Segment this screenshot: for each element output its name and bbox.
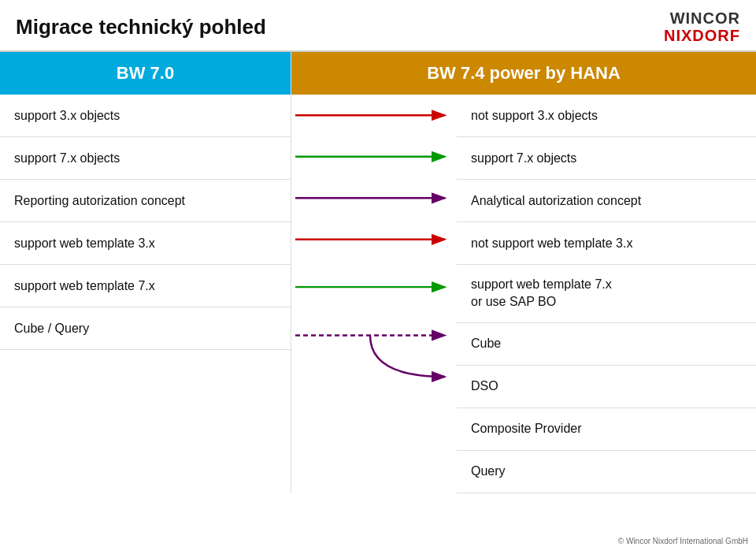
right-row-9: Query	[457, 451, 756, 493]
right-row-2: support 7.x objects	[457, 137, 756, 180]
left-row-6: Cube / Query	[0, 307, 291, 350]
left-row-3: Reporting autorization concept	[0, 180, 291, 222]
right-header: BW 7.4 power by HANA	[291, 52, 756, 95]
right-row-3: Analytical autorization concept	[457, 180, 756, 222]
rows-area: not support 3.x objects support 7.x obje…	[291, 95, 756, 493]
company-logo: WINCOR NIXDORF	[664, 9, 740, 44]
right-row-4: not support web template 3.x	[457, 222, 756, 265]
left-row-4: support web template 3.x	[0, 222, 291, 265]
left-row-5: support web template 7.x	[0, 265, 291, 307]
right-section: BW 7.4 power by HANA not support 3.x obj…	[291, 52, 756, 493]
left-column: BW 7.0 support 3.x objects support 7.x o…	[0, 52, 291, 493]
content-area: BW 7.0 support 3.x objects support 7.x o…	[0, 52, 756, 493]
logo-line2: NIXDORF	[664, 27, 740, 44]
left-row-1: support 3.x objects	[0, 95, 291, 137]
right-row-5: support web template 7.xor use SAP BO	[457, 265, 756, 323]
right-rows: not support 3.x objects support 7.x obje…	[457, 95, 756, 493]
page-header: Migrace technický pohled WINCOR NIXDORF	[0, 0, 756, 52]
left-header: BW 7.0	[0, 52, 291, 95]
right-row-1: not support 3.x objects	[457, 95, 756, 137]
right-row-7: DSO	[457, 366, 756, 408]
left-row-2: support 7.x objects	[0, 137, 291, 180]
right-row-8: Composite Provider	[457, 408, 756, 451]
right-row-6: Cube	[457, 323, 756, 366]
logo-line1: WINCOR	[670, 9, 740, 27]
page-title: Migrace technický pohled	[16, 15, 266, 39]
footer-note: © Wincor Nixdorf International GmbH	[618, 537, 748, 545]
